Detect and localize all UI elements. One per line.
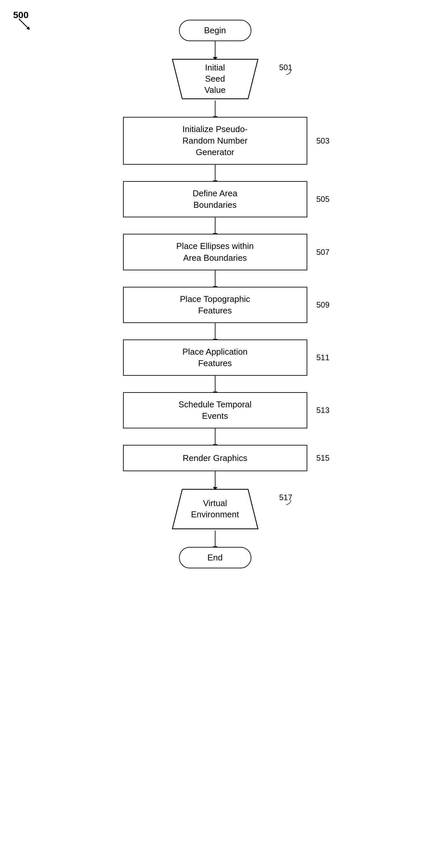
begin-terminal: Begin	[179, 20, 251, 41]
node-509-text: Place TopographicFeatures	[180, 293, 250, 316]
end-node: End	[179, 547, 251, 568]
node-501-text: InitialSeedValue	[204, 62, 226, 95]
ref-505: 505	[316, 194, 329, 205]
node-513-text: Schedule TemporalEvents	[178, 399, 251, 422]
node-509: Place TopographicFeatures 509	[123, 287, 307, 323]
node-517-wrapper: VirtualEnvironment 517	[163, 488, 268, 530]
node-501: InitialSeedValue	[163, 58, 268, 100]
ref-509: 509	[316, 300, 329, 310]
ref-515: 515	[316, 453, 329, 463]
node-515: Render Graphics 515	[123, 445, 307, 471]
arrow-515-to-517	[215, 471, 216, 488]
arrow-501-to-503	[215, 100, 216, 117]
node-515-text: Render Graphics	[183, 453, 247, 464]
node-501-wrapper: InitialSeedValue 501	[163, 58, 268, 100]
node-511-wrapper: Place ApplicationFeatures 511	[123, 340, 307, 376]
node-509-wrapper: Place TopographicFeatures 509	[123, 287, 307, 323]
arrow-517-to-end	[215, 530, 216, 547]
arrow-511-to-513	[215, 376, 216, 392]
node-517: VirtualEnvironment	[163, 488, 268, 530]
node-503-text: Initialize Pseudo-Random NumberGenerator	[183, 123, 248, 158]
node-503: Initialize Pseudo-Random NumberGenerator…	[123, 117, 307, 165]
diagram-container: 500 Begin InitialSeedValue 501	[0, 0, 430, 868]
begin-label: Begin	[204, 25, 226, 36]
end-terminal: End	[179, 547, 251, 568]
node-505: Define AreaBoundaries 505	[123, 181, 307, 217]
node-513: Schedule TemporalEvents 513	[123, 392, 307, 428]
ref-513: 513	[316, 405, 329, 415]
flowchart: Begin InitialSeedValue 501 Initialize Ps…	[123, 20, 307, 568]
node-513-wrapper: Schedule TemporalEvents 513	[123, 392, 307, 428]
arrow-509-to-511	[215, 323, 216, 340]
node-507: Place Ellipses withinArea Boundaries 507	[123, 234, 307, 270]
arrow-507-to-509	[215, 270, 216, 287]
arrow-begin-to-501	[215, 41, 216, 58]
arrow-503-to-505	[215, 165, 216, 181]
node-517-text: VirtualEnvironment	[191, 498, 239, 520]
ref-517-curve	[284, 500, 294, 507]
node-515-wrapper: Render Graphics 515	[123, 445, 307, 471]
node-505-text: Define AreaBoundaries	[193, 188, 237, 211]
node-507-wrapper: Place Ellipses withinArea Boundaries 507	[123, 234, 307, 270]
node-511-text: Place ApplicationFeatures	[182, 346, 247, 369]
ref-503: 503	[316, 135, 329, 146]
node-503-wrapper: Initialize Pseudo-Random NumberGenerator…	[123, 117, 307, 165]
node-505-wrapper: Define AreaBoundaries 505	[123, 181, 307, 217]
ref-501-curve	[284, 70, 294, 77]
end-label: End	[207, 553, 222, 563]
node-507-text: Place Ellipses withinArea Boundaries	[176, 240, 254, 264]
begin-node: Begin	[179, 20, 251, 41]
figure-arrow-icon	[17, 17, 34, 34]
ref-507: 507	[316, 247, 329, 257]
arrow-505-to-507	[215, 217, 216, 234]
arrow-513-to-515	[215, 428, 216, 445]
node-511: Place ApplicationFeatures 511	[123, 340, 307, 376]
ref-511: 511	[316, 352, 329, 363]
